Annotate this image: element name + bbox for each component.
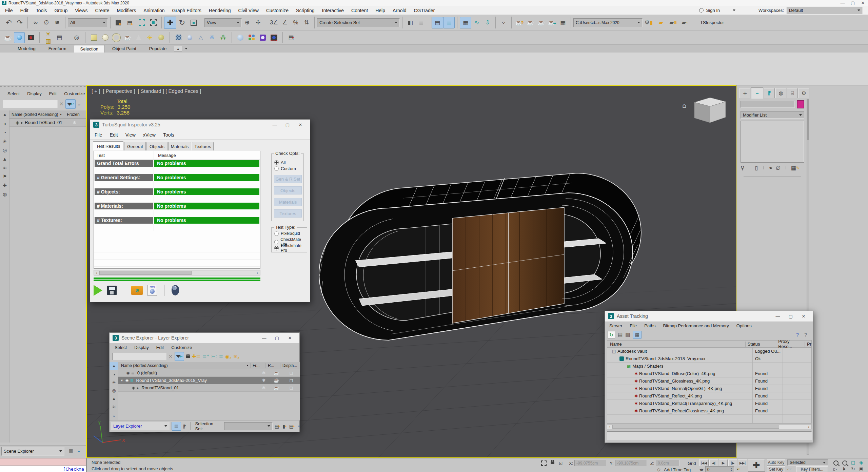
sphere-blue-icon[interactable] [235,35,245,41]
coord-y-field[interactable]: -90.1875cm [615,460,647,466]
tab-display-icon[interactable]: ⌸ [787,88,798,98]
row-display-icon[interactable]: ◻ [282,370,300,375]
absolute-offset-toggle-icon[interactable]: ⊡ [559,460,563,466]
layer-menu-customize[interactable]: Customize [167,345,196,350]
table-view-icon[interactable]: ▦ [633,331,642,339]
asset-minimize-icon[interactable]: — [771,314,784,319]
checker-sphere-icon[interactable] [173,35,183,40]
layer-display-spacewarps-icon[interactable]: ≋ [110,403,118,411]
display-spacewarps-icon[interactable]: ≋ [0,163,9,172]
zoom-region-icon[interactable]: ▷ [833,467,837,472]
layer-row-selected[interactable]: ▼ ◉ ≣ RoundTVStand_3dsMax-2018_Vray ❄ ☕ … [118,377,300,384]
layer-minimize-icon[interactable]: — [258,335,271,341]
asset-name[interactable]: RoundTVStand_Diffuse(Color)_4K.png [639,371,715,376]
key-tangent-icon[interactable]: ⌐⌐ [787,467,792,471]
toggle-layer-explorer-icon[interactable]: ≣ [443,17,455,28]
test-row-label[interactable]: # Textures: [95,217,153,224]
sign-in-button[interactable]: Sign In [706,8,720,13]
asset-name[interactable]: RoundTVStand_RefractGlossiness_4K.png [639,408,724,413]
asset-name[interactable]: RoundTVStand_3dsMax-2018_Vray.max [626,356,706,361]
viewport-shading-menu[interactable]: [ Standard ] [ Edged Faces ] [138,88,201,94]
asset-table-header[interactable]: Name Status Proxy Reso... Pr [607,340,812,348]
tab-create-icon[interactable]: ＋ [739,88,750,98]
column-frozen[interactable]: Frozen [67,112,79,117]
workspace-select[interactable]: Default [787,7,863,14]
scrollbar-thumb[interactable] [99,271,192,275]
script-open-icon[interactable]: ▰ [655,19,667,26]
active-sphere-tool-icon[interactable] [14,32,25,43]
set-keys-button[interactable]: ✚ [748,459,765,472]
layer-filter-funnel-icon[interactable]: ↩ [175,352,184,361]
freeze-layer-icon[interactable]: ❄₃ [233,354,239,359]
asset-name[interactable]: RoundTVStand_Normal(OpenGL)_4K.png [639,386,722,391]
dope-sheet-icon[interactable]: ⇩ [482,19,493,26]
layer-display-geometry-icon[interactable]: ◑ [110,370,118,378]
ribbon-tab-object-paint[interactable]: Object Paint [107,45,142,52]
menu-civil-view[interactable]: Civil View [234,8,262,13]
panel-grip[interactable] [0,86,86,88]
display-all-icon[interactable]: ● [0,110,9,119]
spinner-snap-icon[interactable]: ⇅ [301,19,312,26]
panel-menu-select[interactable]: Select [7,91,20,96]
asset-column-name[interactable]: Name [607,342,745,347]
layer-name[interactable]: RoundTVStand_3dsMax-2018_Vray [136,378,207,383]
test-row-label[interactable]: # General Settings: [95,174,153,181]
inspector-minimize-icon[interactable]: — [268,122,281,127]
pixelsquid-radio[interactable] [274,231,279,236]
go-to-start-icon[interactable]: |◀◀ [699,459,709,466]
select-by-set-icon[interactable]: ▮➤ [283,424,287,429]
show-end-result-icon[interactable]: ▯ [755,165,758,171]
asset-menu-bitmap-performance[interactable]: Bitmap Performance and Memory [659,323,733,328]
layer-hierarchy-icon[interactable]: ⊢: [211,354,217,359]
modifier-list-select[interactable]: Modifier List [741,111,804,119]
textures-button[interactable]: Textures [274,209,302,218]
layer-menu-display[interactable]: Display [131,345,153,350]
test-row-message[interactable]: No problems [154,160,259,167]
key-filters-button[interactable]: Key Filters... [796,466,828,472]
asset-row[interactable]: ✱ RoundTVStand_Glossiness_4K.png Found [607,377,811,385]
inspector-menu-xview[interactable]: xView [139,132,159,138]
tab-utilities-icon[interactable]: ⚙ [798,88,809,98]
ribbon-tab-freeform[interactable]: Freeform [43,45,72,52]
footer-layers-icon[interactable]: ≣ [172,422,181,431]
scroll-right-icon[interactable]: › [255,271,260,275]
asset-menu-server[interactable]: Server [606,323,626,328]
help-icon[interactable]: ? [802,332,810,337]
cone-primitive-icon[interactable] [134,35,144,40]
asset-row[interactable]: RoundTVStand_3dsMax-2018_Vray.max Ok [607,355,811,363]
frame-spin-down-icon[interactable]: ▼ [730,470,732,471]
asset-row[interactable]: ◫ Autodesk Vault Logged Ou... [607,348,811,355]
rollout-divider[interactable]: ...... [744,176,801,180]
inspector-title-bar[interactable]: 3 TurboSquid Inspector v3.25 — ▢ ✕ [90,120,310,130]
display-geometry-icon[interactable]: ◑ [0,119,9,128]
undo-icon[interactable]: ↶ [3,19,14,27]
render-in-cloud-icon[interactable]: ☕☁ [547,19,557,26]
row-display-icon[interactable]: ◻ [282,385,300,390]
asset-name[interactable]: RoundTVStand_Reflect_4K.png [639,393,702,398]
row-render-icon[interactable]: ☕ [270,385,282,390]
align-icon[interactable]: ≣ [416,19,427,26]
html-report-icon[interactable]: html [147,285,157,296]
script-settings-icon[interactable]: ⚙▮ [643,19,655,26]
visibility-eye-icon[interactable]: ◉ [16,120,19,125]
rectangular-selection-region-icon[interactable] [136,19,147,26]
pin-stack-icon[interactable]: ⚲ [741,165,745,171]
maximize-viewport-toggle-icon[interactable]: ▣ [859,466,863,471]
selection-set-select[interactable] [224,422,273,430]
ribbon-options-caret-icon[interactable] [185,48,188,51]
fluff-icon[interactable]: ❋ [207,34,217,41]
report-view-icon[interactable]: ▤ [618,332,623,338]
layer-strip-overflow[interactable]: » [110,412,118,420]
tab-materials[interactable]: Materials [168,142,191,150]
toggle-ribbon-icon[interactable]: ▦ [460,17,471,28]
column-test[interactable]: Test [94,153,155,158]
test-row-label[interactable]: # Materials: [95,203,153,209]
check-all-radio[interactable] [274,160,279,165]
pan-view-icon[interactable]: ☛ [842,467,847,471]
row-eye-icon[interactable]: ◉ [125,378,129,383]
object-name[interactable]: RoundTVStand_01 [25,120,62,125]
panel-menu-edit[interactable]: Edit [49,91,57,96]
layer-display-cameras-icon[interactable]: ◎ [110,386,118,394]
asset-row[interactable]: ✱ RoundTVStand_Refract(Transparency)_4K.… [607,400,811,407]
asset-name[interactable]: RoundTVStand_Glossiness_4K.png [639,378,710,384]
